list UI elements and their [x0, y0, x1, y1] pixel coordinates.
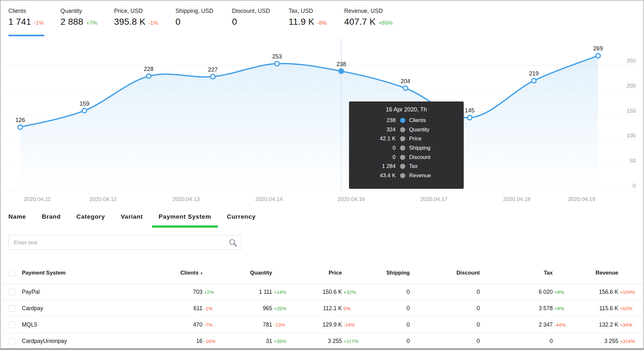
series-dot-icon	[400, 155, 405, 160]
cell-value: 115.6 K	[548, 305, 618, 312]
cell-value: 16	[132, 338, 202, 345]
row-checkbox[interactable]	[8, 305, 15, 312]
y-axis-tick: 100	[627, 133, 636, 139]
tooltip-date: 16 Apr 2020, Th	[349, 106, 464, 113]
point-value-label: 219	[529, 70, 539, 77]
tooltip-value: 43.4 K	[349, 172, 396, 179]
table-cell: 132.2 K+34%	[548, 321, 637, 328]
area-fill	[20, 56, 598, 190]
cell-value: 3 578	[482, 305, 553, 312]
cell-value: 0	[339, 338, 410, 345]
series-dot-icon	[400, 145, 405, 151]
tab-label: Variant	[121, 213, 143, 220]
tab-label: Category	[76, 213, 105, 220]
point-value-label: 227	[208, 66, 218, 73]
cell-value: 132.2 K	[548, 321, 618, 328]
x-axis-tick: 2020.04.18	[503, 196, 530, 202]
tab-payment-system[interactable]: Payment System	[159, 213, 211, 221]
tab-label: Payment System	[159, 213, 211, 220]
tooltip-row-revenue: 43.4 KRevenue	[349, 171, 464, 180]
cell-value: 112.1 K	[271, 305, 342, 312]
tooltip-label: Discount	[409, 154, 430, 161]
search-input[interactable]	[13, 235, 214, 250]
cell-value: 0	[339, 289, 410, 295]
chart-point[interactable]	[18, 125, 22, 129]
y-axis-tick: 200	[627, 83, 636, 89]
cell-value: 965	[201, 305, 272, 312]
tab-label: Brand	[42, 213, 61, 220]
cell-value: 781	[201, 321, 272, 328]
tooltip-value: 238	[349, 117, 396, 124]
table-cell: 115.6 K+63%	[548, 305, 637, 312]
tab-brand[interactable]: Brand	[42, 213, 61, 221]
table-row-cardpayunionpay[interactable]: CardpayUnionpay16-16%31+35%3 255+117%000…	[0, 333, 644, 349]
point-value-label: 145	[465, 107, 474, 114]
cell-value: 470	[132, 321, 202, 328]
series-dot-icon	[400, 127, 405, 132]
chart-point[interactable]	[596, 53, 600, 58]
series-dot-icon	[400, 164, 405, 169]
chart-tooltip: 16 Apr 2020, Th 238Clients324Quantity42.…	[349, 101, 464, 189]
chart-point-active[interactable]	[338, 68, 344, 74]
point-value-label: 159	[80, 101, 89, 107]
column-header-revenue[interactable]: Revenue	[548, 270, 637, 276]
chart-point[interactable]	[467, 115, 472, 120]
tooltip-row-clients: 238Clients	[349, 116, 464, 125]
table-row-paypal[interactable]: PayPal703+2%1 111+14%150.6 K+32%006 020+…	[0, 284, 644, 300]
cell-value: 703	[132, 289, 202, 295]
chart-point[interactable]	[403, 86, 408, 91]
chart-point[interactable]	[275, 61, 279, 66]
cell-value: 0	[339, 321, 410, 328]
tooltip-row-discount: 0Discount	[349, 153, 464, 162]
tooltip-rows: 238Clients324Quantity42.1 KPrice0Shippin…	[349, 116, 464, 180]
row-checkbox[interactable]	[8, 289, 15, 295]
select-all-checkbox[interactable]	[8, 270, 15, 276]
cell-value: 0	[339, 305, 410, 312]
cell-percent: +63%	[618, 306, 637, 311]
table-cell: 3 255+314%	[548, 338, 637, 345]
column-header-payment-system[interactable]: Payment System	[22, 270, 66, 276]
x-axis-tick: 2020.04.17	[420, 196, 447, 202]
series-dot-icon	[400, 118, 405, 123]
series-dot-icon	[400, 136, 405, 141]
cell-value: 3 255	[271, 338, 342, 345]
row-checkbox[interactable]	[8, 338, 15, 345]
tab-currency[interactable]: Currency	[227, 213, 256, 221]
chart-point[interactable]	[532, 78, 536, 83]
chart-point[interactable]	[147, 74, 151, 78]
payment-system-name: Cardpay	[22, 305, 43, 312]
table-header-row: Payment SystemClients▾QuantityPriceShipp…	[0, 259, 644, 284]
tooltip-row-shipping: 0Shipping	[349, 144, 464, 153]
cell-value: 1 111	[201, 289, 272, 295]
x-axis-tick: 2020.04.16	[337, 196, 365, 202]
tab-variant[interactable]: Variant	[121, 213, 143, 221]
x-axis-tick: 2020.04.12	[89, 196, 117, 202]
table-row-mql5[interactable]: MQL5470-7%781-13%129.9 K-24%002 347-44%1…	[0, 317, 644, 333]
payment-system-name: PayPal	[22, 289, 40, 295]
tooltip-value: 0	[349, 145, 396, 151]
tab-name[interactable]: Name	[8, 213, 26, 221]
chart-point[interactable]	[210, 74, 215, 79]
y-axis-tick: 250	[627, 58, 636, 64]
tooltip-label: Tax	[409, 163, 417, 170]
point-value-label: 228	[144, 66, 154, 72]
tooltip-label: Revenue	[409, 172, 431, 179]
analytics-dashboard: Clients1 741-1%Quantity2 888+7%Price, US…	[0, 0, 644, 350]
y-axis-tick: 0	[633, 183, 636, 189]
search-box	[8, 235, 242, 250]
tooltip-value: 1 284	[349, 163, 396, 170]
x-axis-tick: 2020.04.13	[172, 196, 200, 202]
row-checkbox[interactable]	[8, 321, 15, 328]
cell-percent: +104%	[618, 289, 637, 295]
chart-point[interactable]	[82, 109, 87, 113]
cell-value: 611	[132, 305, 202, 312]
active-tab-underline	[152, 225, 218, 228]
tooltip-row-quantity: 324Quantity	[349, 125, 464, 135]
point-value-label: 204	[401, 78, 410, 84]
tooltip-label: Clients	[409, 117, 426, 124]
point-value-label: 253	[272, 53, 282, 60]
table-row-cardpay[interactable]: Cardpay611-1%965+20%112.1 K0%003 578+8%1…	[0, 300, 644, 317]
search-icon	[228, 238, 237, 247]
tab-category[interactable]: Category	[76, 213, 105, 221]
tab-label: Name	[8, 213, 26, 220]
